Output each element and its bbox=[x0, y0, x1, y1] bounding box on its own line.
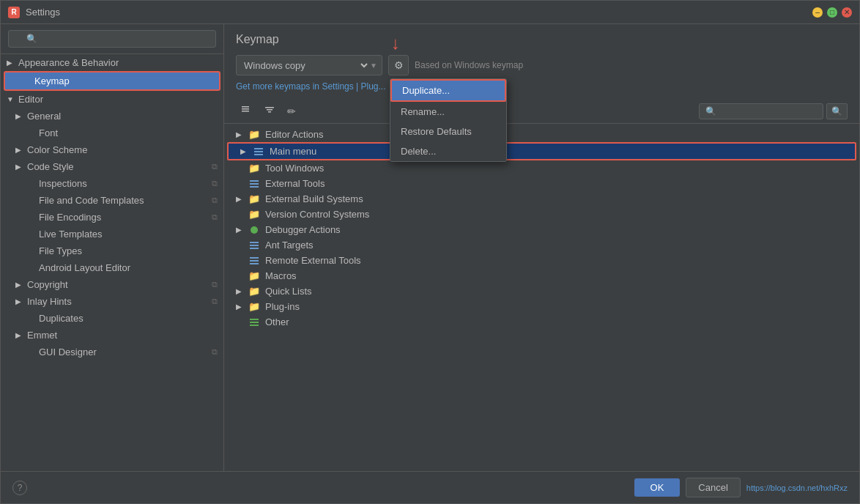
sidebar-item-general[interactable]: ▶ General bbox=[1, 108, 223, 125]
dropdown-arrow-icon: ▼ bbox=[370, 62, 377, 70]
bottom-right: OK Cancel https://blog.csdn.net/hxhRxz bbox=[634, 478, 848, 497]
sidebar-item-editor[interactable]: ▼ Editor bbox=[1, 91, 223, 108]
get-more-link[interactable]: Get more keymaps in Settings | Plug... bbox=[224, 81, 859, 92]
svg-rect-0 bbox=[242, 106, 249, 108]
toolbar-btn-edit[interactable]: ✏ bbox=[283, 103, 300, 119]
action-item-ant-targets[interactable]: ▶ Ant Targets bbox=[224, 237, 859, 253]
svg-rect-8 bbox=[254, 154, 263, 155]
sidebar-item-keymap[interactable]: Keymap bbox=[4, 71, 220, 91]
sidebar-item-label: Editor bbox=[18, 94, 43, 105]
arrow-icon: ▶ bbox=[15, 112, 24, 120]
keymap-dropdown-wrapper[interactable]: Windows copy Default Mac OS X ▼ bbox=[236, 55, 382, 75]
action-item-main-menu[interactable]: ▶ Main menu bbox=[227, 142, 856, 160]
gear-button[interactable]: ⚙ bbox=[388, 55, 409, 75]
folder-icon: 📁 bbox=[248, 271, 261, 281]
action-label: Main menu bbox=[270, 146, 316, 157]
arrow-icon: ▼ bbox=[7, 95, 15, 103]
folder-icon: 📁 bbox=[248, 163, 261, 174]
action-arrow-icon: ▶ bbox=[240, 147, 251, 155]
sidebar-item-gui-designer[interactable]: GUI Designer ⧉ bbox=[1, 344, 223, 360]
settings-tree: ▶ Appearance & Behavior Keymap ▼ Editor … bbox=[1, 54, 223, 471]
sidebar-item-label: Code Style bbox=[27, 161, 74, 172]
action-search-input[interactable] bbox=[699, 103, 823, 119]
action-item-quick-lists[interactable]: ▶ 📁 Quick Lists bbox=[224, 284, 859, 299]
action-label: External Tools bbox=[265, 178, 325, 189]
sidebar-item-file-types[interactable]: File Types bbox=[1, 242, 223, 259]
toolbar-btn-2[interactable] bbox=[259, 102, 280, 120]
menu-icon bbox=[248, 256, 261, 266]
action-item-editor-actions[interactable]: ▶ 📁 Editor Actions bbox=[224, 127, 859, 142]
action-item-external-tools[interactable]: ▶ External Tools bbox=[224, 176, 859, 191]
context-menu-delete[interactable]: Delete... bbox=[390, 141, 506, 161]
toolbar-btn-1[interactable] bbox=[236, 102, 256, 120]
sidebar-item-emmet[interactable]: ▶ Emmet bbox=[1, 327, 223, 344]
svg-rect-10 bbox=[250, 183, 259, 185]
action-label: Ant Targets bbox=[265, 240, 314, 251]
action-item-other[interactable]: ▶ Other bbox=[224, 314, 859, 330]
sidebar-item-appearance[interactable]: ▶ Appearance & Behavior bbox=[1, 54, 223, 71]
svg-rect-14 bbox=[250, 245, 259, 246]
action-item-macros[interactable]: ▶ 📁 Macros bbox=[224, 268, 859, 284]
action-label: Remote External Tools bbox=[265, 255, 361, 266]
action-item-version-control[interactable]: ▶ 📁 Version Control Systems bbox=[224, 207, 859, 222]
cancel-button[interactable]: Cancel bbox=[686, 478, 740, 497]
close-button[interactable]: ✕ bbox=[842, 7, 852, 18]
sidebar-item-file-encodings[interactable]: File Encodings ⧉ bbox=[1, 209, 223, 226]
minimize-button[interactable]: – bbox=[812, 7, 823, 18]
folder-icon: 📁 bbox=[248, 302, 261, 312]
action-label: Debugger Actions bbox=[265, 224, 341, 235]
action-arrow-icon: ▶ bbox=[236, 195, 246, 203]
svg-rect-20 bbox=[250, 322, 259, 323]
sidebar-item-font[interactable]: Font bbox=[1, 125, 223, 141]
svg-rect-18 bbox=[250, 263, 259, 264]
sidebar-search-input[interactable] bbox=[8, 30, 216, 48]
menu-green-icon bbox=[248, 317, 261, 327]
context-menu-duplicate[interactable]: Duplicate... bbox=[390, 79, 506, 102]
sidebar-item-code-style[interactable]: ▶ Code Style ⧉ bbox=[1, 158, 223, 175]
based-on-text: Based on Windows keymap bbox=[415, 60, 523, 70]
svg-rect-15 bbox=[250, 248, 259, 249]
sidebar-item-label: Appearance & Behavior bbox=[18, 57, 119, 68]
sidebar-item-copyright[interactable]: ▶ Copyright ⧉ bbox=[1, 276, 223, 293]
svg-point-12 bbox=[251, 226, 258, 234]
context-menu-rename[interactable]: Rename... bbox=[390, 102, 506, 122]
sidebar-item-file-code-templates[interactable]: File and Code Templates ⧉ bbox=[1, 192, 223, 209]
svg-rect-13 bbox=[250, 242, 259, 243]
action-label: Version Control Systems bbox=[265, 209, 369, 220]
action-item-debugger[interactable]: ▶ Debugger Actions bbox=[224, 222, 859, 237]
find-shortcut-button[interactable]: 🔍 bbox=[826, 103, 848, 119]
copy-icon: ⧉ bbox=[212, 162, 218, 171]
main-content: Keymap Windows copy Default Mac OS X ▼ bbox=[224, 24, 859, 471]
action-item-plugins[interactable]: ▶ 📁 Plug-ins bbox=[224, 299, 859, 314]
sidebar-item-inlay-hints[interactable]: ▶ Inlay Hints ⧉ bbox=[1, 293, 223, 310]
sidebar-item-label: Android Layout Editor bbox=[39, 262, 130, 273]
action-item-external-build[interactable]: ▶ 📁 External Build Systems bbox=[224, 191, 859, 207]
sidebar-item-label: Inlay Hints bbox=[27, 296, 72, 307]
action-label: Plug-ins bbox=[265, 301, 300, 312]
sidebar-item-live-templates[interactable]: Live Templates bbox=[1, 226, 223, 242]
blog-link[interactable]: https://blog.csdn.net/hxhRxz bbox=[746, 483, 848, 492]
content-header: Keymap Windows copy Default Mac OS X ▼ bbox=[224, 24, 859, 81]
svg-rect-11 bbox=[250, 186, 259, 188]
action-arrow-icon: ▶ bbox=[236, 287, 246, 295]
sidebar-item-color-scheme[interactable]: ▶ Color Scheme bbox=[1, 141, 223, 158]
sidebar-item-label: Inspections bbox=[39, 178, 87, 189]
action-item-tool-windows[interactable]: ▶ 📁 Tool Windows bbox=[224, 160, 859, 176]
sidebar-item-inspections[interactable]: Inspections ⧉ bbox=[1, 175, 223, 192]
folder-icon: 📁 bbox=[248, 130, 261, 140]
keymap-select[interactable]: Windows copy Default Mac OS X bbox=[241, 59, 370, 72]
context-menu-restore[interactable]: Restore Defaults bbox=[390, 122, 506, 141]
keymap-controls: Windows copy Default Mac OS X ▼ ↓ ⚙ Base… bbox=[236, 55, 848, 75]
svg-rect-9 bbox=[250, 180, 259, 182]
maximize-button[interactable]: □ bbox=[827, 7, 837, 18]
copy-icon: ⧉ bbox=[212, 297, 218, 306]
svg-rect-7 bbox=[254, 151, 263, 152]
copy-icon: ⧉ bbox=[212, 196, 218, 205]
ok-button[interactable]: OK bbox=[634, 478, 681, 497]
action-item-remote-tools[interactable]: ▶ Remote External Tools bbox=[224, 253, 859, 268]
svg-rect-16 bbox=[250, 257, 259, 259]
sidebar-item-android-layout[interactable]: Android Layout Editor bbox=[1, 259, 223, 276]
help-button[interactable]: ? bbox=[12, 481, 27, 495]
sidebar-item-duplicates[interactable]: Duplicates bbox=[1, 310, 223, 327]
window-body: 🔍 ▶ Appearance & Behavior Keymap ▼ bbox=[1, 24, 859, 471]
